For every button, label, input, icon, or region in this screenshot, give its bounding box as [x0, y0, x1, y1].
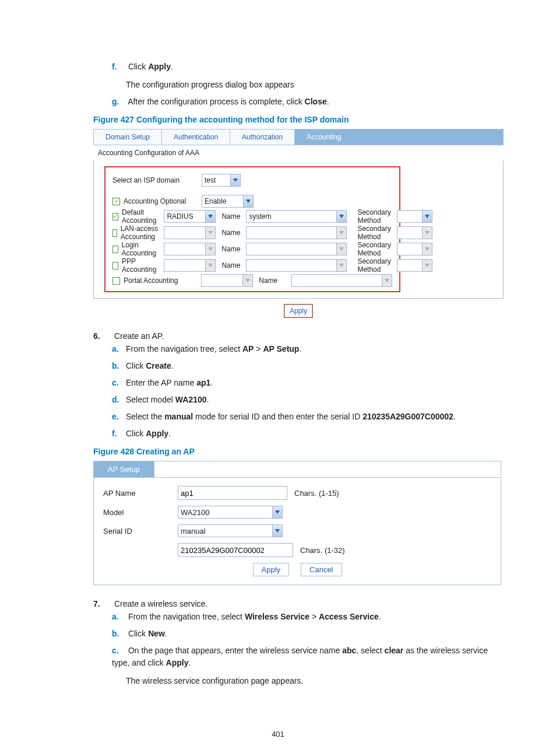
marker-f: f. [112, 61, 126, 73]
cancel-button[interactable]: Cancel [301, 563, 342, 576]
chevron-down-icon [272, 525, 282, 537]
serial-hint: Chars. (1-32) [300, 546, 345, 555]
step7-title: Create a wireless service. [114, 599, 207, 608]
chevron-down-icon [205, 211, 215, 222]
step6-substeps: a.From the navigation tree, select AP > … [112, 343, 501, 440]
checkbox[interactable] [112, 213, 118, 220]
substep: b.Click Create. [112, 360, 501, 372]
model-select[interactable]: WA2100 [178, 506, 283, 519]
checkbox[interactable] [112, 277, 120, 285]
serial-id-input[interactable] [178, 543, 293, 557]
name-select [291, 274, 392, 287]
secondary-label: Secondary Method [357, 225, 390, 241]
secondary-select [397, 226, 432, 239]
tab-accounting[interactable]: Accounting [295, 130, 503, 145]
chevron-down-icon [272, 506, 282, 518]
secondary-select[interactable] [397, 210, 432, 223]
chevron-down-icon [336, 227, 346, 239]
apname-hint: Chars. (1-15) [294, 489, 339, 498]
name-label: Name [221, 229, 240, 237]
name-label: Name [221, 261, 240, 270]
chevron-down-icon [205, 260, 215, 271]
secondary-select [397, 243, 432, 256]
isp-domain-select[interactable]: test [202, 174, 241, 187]
name-select [246, 243, 347, 256]
step7-b: b. Click New. [112, 628, 501, 640]
chevron-down-icon [422, 227, 432, 239]
chevron-down-icon [336, 243, 346, 255]
step-6: 6. Create an AP. [93, 331, 501, 341]
chevron-down-icon [336, 260, 346, 271]
serial-mode-select[interactable]: manual [178, 524, 283, 537]
tab-authorization[interactable]: Authorization [230, 130, 295, 145]
apname-input[interactable] [178, 486, 287, 500]
apply-button[interactable]: Apply [253, 563, 290, 576]
accounting-row: Accounting OptionalEnable [112, 194, 392, 208]
chevron-down-icon [422, 243, 432, 255]
method-select[interactable]: RADIUS [164, 210, 216, 223]
apply-button[interactable]: Apply [284, 304, 312, 317]
substep-f-after: The configuration progress dialog box ap… [126, 79, 501, 91]
checkbox[interactable] [112, 262, 118, 270]
isp-domain-label: Select an ISP domain [112, 176, 196, 184]
method-select [164, 259, 216, 272]
chevron-down-icon [382, 275, 392, 286]
model-label: Model [103, 508, 173, 517]
step7-a: a. From the navigation tree, select Wire… [112, 611, 501, 623]
secondary-label: Secondary Method [357, 208, 390, 225]
step7-c-after: The wireless service configuration page … [126, 675, 501, 687]
chevron-down-icon [242, 275, 252, 286]
substep: d.Select model WA2100. [112, 394, 501, 406]
apname-label: AP Name [103, 489, 173, 498]
accounting-row: PPP AccountingNameSecondary Method [112, 257, 392, 274]
chevron-down-icon [205, 227, 215, 239]
substeps-top2: g. After the configuration process is co… [112, 96, 501, 108]
method-select [164, 226, 216, 239]
step6-num: 6. [93, 331, 112, 341]
checkbox[interactable] [112, 198, 120, 205]
figure-428-caption: Figure 428 Creating an AP [93, 447, 501, 456]
figure-427-caption: Figure 427 Configuring the accounting me… [93, 115, 501, 124]
substep: a.From the navigation tree, select AP > … [112, 343, 501, 355]
isp-domain-box: Select an ISP domain test Accounting Opt… [104, 166, 400, 292]
accounting-row: Login AccountingNameSecondary Method [112, 241, 392, 257]
name-select [246, 259, 347, 272]
substep: f.Click Apply. [112, 428, 501, 440]
method-select [201, 274, 253, 287]
fig427-panel: Select an ISP domain test Accounting Opt… [93, 160, 504, 299]
step7-substeps: a. From the navigation tree, select Wire… [112, 611, 501, 669]
serial-label: Serial ID [103, 527, 173, 536]
name-label: Name [259, 276, 286, 285]
substep: e.Select the manual mode for serial ID a… [112, 411, 501, 423]
secondary-label: Secondary Method [357, 257, 390, 274]
chevron-down-icon [422, 211, 432, 222]
chevron-down-icon [243, 195, 253, 207]
fig428-tabs: AP Setup [93, 461, 501, 478]
name-select[interactable]: system [246, 210, 347, 223]
accounting-row: Default AccountingRADIUSNamesystemSecond… [112, 208, 392, 225]
substeps-top: f. Click Apply. [112, 61, 501, 73]
marker-g: g. [112, 96, 126, 108]
tab-authentication[interactable]: Authentication [162, 130, 230, 145]
method-select[interactable]: Enable [202, 195, 254, 208]
chevron-down-icon [230, 174, 240, 186]
checkbox[interactable] [112, 229, 117, 237]
row-label: Accounting Optional [112, 197, 196, 205]
substep: c.Enter the AP name ap1. [112, 377, 501, 389]
chevron-down-icon [336, 211, 346, 222]
tab-domain-setup[interactable]: Domain Setup [94, 130, 162, 145]
secondary-select [397, 259, 432, 272]
figure-428: AP Setup AP Name Chars. (1-15) Model WA2… [93, 461, 501, 585]
row-label: PPP Accounting [112, 257, 158, 274]
checkbox[interactable] [112, 246, 118, 253]
fig427-tabs: Domain Setup Authentication Authorizatio… [93, 129, 504, 145]
step7-num: 7. [93, 599, 112, 608]
secondary-label: Secondary Method [357, 241, 390, 257]
name-label: Name [221, 212, 240, 220]
row-label: Default Accounting [112, 208, 158, 225]
chevron-down-icon [205, 243, 215, 255]
row-label: Portal Accounting [112, 276, 195, 285]
tab-ap-setup[interactable]: AP Setup [94, 461, 154, 477]
substep-g: g. After the configuration process is co… [112, 96, 501, 108]
chevron-down-icon [422, 260, 432, 271]
